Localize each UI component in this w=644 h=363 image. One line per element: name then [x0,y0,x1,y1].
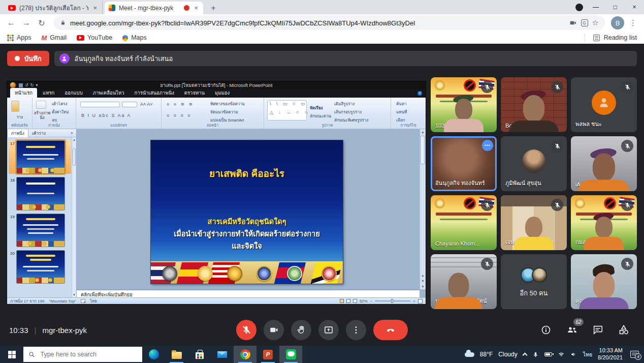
bookmark-maps[interactable]: Maps [122,34,147,41]
taskbar-file-explorer[interactable] [165,346,188,363]
more-options-button[interactable] [346,320,366,340]
thumbnail-slide-20[interactable]: 20 [9,250,71,284]
taskbar-store[interactable] [188,346,211,363]
save-icon[interactable] [19,83,23,87]
language-indicator[interactable]: ไทย [90,298,97,305]
thumbnail-slide-19[interactable]: 19 [9,214,71,247]
qat-dropdown-icon[interactable]: ▾ [36,83,38,87]
translate-icon[interactable]: G [581,19,588,26]
start-button[interactable] [0,346,23,363]
ribbon-tab-animations[interactable]: ภาพเคลื่อนไหว [88,88,129,98]
taskbar-mail[interactable] [211,346,234,363]
language-indicator[interactable]: ไทย [583,350,592,359]
font-format-buttons[interactable]: B I U abc S Aa A [81,113,132,118]
reload-icon[interactable]: ↻ [36,18,48,28]
text-direction-button[interactable]: ทิศทางของข้อความ [210,101,245,107]
weather-temp[interactable]: 88°F [480,351,493,358]
tab-meet[interactable]: Meet - mgr-tbex-pyk × [105,2,203,14]
action-center-icon[interactable]: 4 [630,351,639,358]
undo-icon[interactable]: ↺ [25,83,28,87]
font-size-dropdown[interactable] [122,102,137,107]
ribbon-tab-review[interactable]: ตรวจทาน [180,88,209,98]
taskbar-line[interactable] [279,346,302,363]
reset-button[interactable]: ตั้งค่าใหม่ [52,109,69,115]
replace-button[interactable]: แทนที่ [396,109,407,115]
slide-canvas[interactable]: ยาเสพติด คืออะไร สารเคมีหรือวัตถุชนิดใดๆ… [77,129,426,297]
minimize-button[interactable]: — [586,0,605,14]
tab-close-icon[interactable]: × [193,4,199,12]
present-button[interactable] [318,320,339,340]
participant-tile[interactable]: iAm Kmp [571,136,637,191]
shape-fill-button[interactable]: เติมสีรูปร่าง [334,101,355,107]
weather-condition[interactable]: Cloudy [498,351,517,358]
bookmark-apps[interactable]: Apps [7,34,31,41]
help-icon[interactable]: ? [417,91,422,96]
thumbnail-slide-18[interactable]: 18 [9,177,71,210]
bookmark-youtube[interactable]: YouTube [77,34,112,41]
find-button[interactable]: ค้นหา [396,101,407,107]
slide-sorter-view-icon[interactable] [346,299,350,303]
participant-tile[interactable]: 103 Pimchanok ... [431,77,497,132]
chat-button[interactable] [592,324,603,336]
shapes-row-2[interactable]: △ ↓ → ○ ☆ [270,110,310,115]
new-tab-button[interactable]: + [207,3,219,15]
shapes-row-1[interactable]: \ \ ▭ ○ ▭ [270,101,307,106]
chrome-menu-icon[interactable]: ⋮ [627,18,639,27]
notes-area[interactable]: คลิกเพื่อที่จะเพิ่มบันทึกย่อ [77,289,420,297]
shared-powerpoint-window[interactable]: ↺↻▾ ยาเสพ.ppt [โหมดความเข้ากันได้] - Mic… [7,81,426,304]
activities-button[interactable] [618,324,630,336]
taskbar-edge[interactable] [142,346,165,363]
quick-access-toolbar[interactable]: ↺↻▾ [19,83,38,87]
new-slide-icon[interactable] [36,101,46,109]
participant-tile[interactable]: ภูมิพัฒน์ สุขอุ่น [501,136,567,191]
ribbon-tab-slideshow[interactable]: การนำเสนอภาพนิ่ง [130,88,179,98]
forward-icon[interactable]: → [20,18,33,27]
slideshow-view-icon[interactable] [353,299,357,303]
grow-shrink-font-icons[interactable]: A˄ A˅ [140,102,153,107]
slide-vertical-scrollbar[interactable]: ▲ ▲ ▼ ▼ [420,129,426,289]
tab-slides[interactable]: ภาพนิ่ง [7,129,28,137]
ribbon-tab-design[interactable]: ออกแบบ [60,88,87,98]
align-buttons[interactable]: ≡ ≡ ≡ ≡ [167,113,192,118]
meeting-details-button[interactable] [540,324,552,336]
camera-icon[interactable] [569,19,577,27]
paste-button[interactable]: วาง [7,114,32,120]
back-icon[interactable]: ← [5,18,17,27]
font-name-dropdown[interactable] [80,102,120,107]
ribbon-tab-insert[interactable]: แทรก [38,88,59,98]
taskbar-clock[interactable]: 10:33 AM 8/20/2021 [598,347,623,361]
participant-tile-presenter[interactable]: ••• อันนุกูลกิจ ทองจันทร์ [431,136,497,191]
layout-button[interactable]: เค้าโครง [52,101,67,107]
fit-to-window-icon[interactable] [418,299,423,304]
redo-icon[interactable]: ↻ [30,83,34,87]
new-slide-button[interactable]: สร้างภาพนิ่ง [33,111,52,120]
participant-tile[interactable]: Chayanin Khom... [431,195,497,250]
camera-toggle-button[interactable] [264,320,284,340]
taskbar-chrome[interactable] [234,346,256,363]
bookmark-star-icon[interactable]: ☆ [592,18,599,27]
normal-view-icon[interactable] [340,299,344,303]
taskbar-search[interactable] [23,347,142,362]
arrange-button[interactable]: จัดเรียง [310,105,323,111]
overflow-participants-tile[interactable]: อีก 50 คน [501,254,567,309]
ribbon-tab-home[interactable]: หน้าแรก [10,88,37,98]
panel-close-icon[interactable]: × [71,131,76,136]
participant-tile[interactable]: Boonraing Juntah [501,77,567,132]
taskbar-powerpoint[interactable]: P [256,346,279,363]
reading-list-button[interactable]: Reading list [585,34,637,42]
tab-youtube[interactable]: (278) ประวัติลูกเสือโลก - YouTube × [4,2,103,14]
participant-tile[interactable]: กมลพิชญ์ ศรีสวัสดิ์ [571,195,637,250]
thumbnail-slide-17[interactable]: 17 [9,140,71,174]
list-buttons[interactable]: ≡ ≡ ≋ ≋ [167,102,194,107]
next-slide-button[interactable]: ▼ [420,278,426,284]
align-text-button[interactable]: จัดแนวข้อความ [210,109,238,115]
media-controls-icon[interactable] [575,4,583,11]
raise-hand-button[interactable] [291,320,311,340]
quick-styles-button[interactable]: ลักษณะด่วน [310,113,331,119]
zoom-out-icon[interactable]: − [370,299,373,304]
tile-more-options-icon[interactable]: ••• [482,140,493,151]
mic-toggle-button[interactable] [236,320,256,340]
profile-avatar[interactable]: B [611,16,624,29]
volume-icon[interactable] [570,351,577,358]
participant-tile[interactable]: เจษฎากร แย้มพรหม [501,195,567,250]
